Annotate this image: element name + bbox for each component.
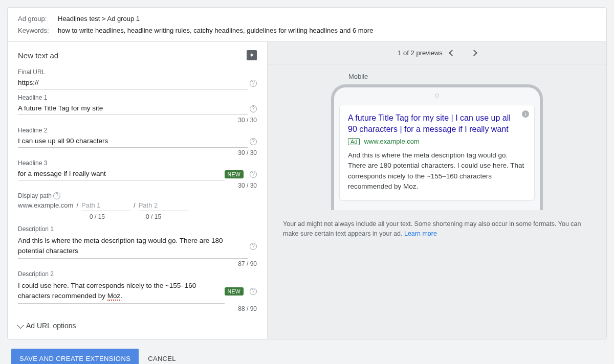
headline2-input[interactable]: I can use up all 90 characters — [18, 135, 248, 148]
display-path-label: Display path — [18, 192, 52, 199]
keywords-value: how to write headlines, headline writing… — [58, 27, 373, 34]
headline3-counter: 30 / 30 — [18, 180, 257, 191]
context-header: Ad group: Headlines test > Ad group 1 Ke… — [8, 8, 606, 42]
help-icon[interactable]: ? — [250, 80, 257, 87]
help-icon[interactable]: ? — [53, 192, 60, 199]
cancel-button[interactable]: CANCEL — [148, 355, 176, 362]
headline3-input[interactable]: for a message if I really want — [18, 168, 225, 180]
headline3-label: Headline 3 — [18, 160, 257, 167]
phone-frame: i A future Title Tag for my site | I can… — [331, 84, 543, 210]
final-url-input[interactable]: https:// — [18, 77, 248, 89]
headline1-input[interactable]: A future Title Tag for my site — [18, 102, 248, 115]
ad-group-value: Headlines test > Ad group 1 — [58, 15, 140, 22]
chevron-left-icon[interactable] — [449, 50, 455, 56]
new-badge: NEW — [225, 287, 244, 295]
display-path1-input[interactable]: Path 1 — [81, 200, 130, 211]
chevron-down-icon — [17, 322, 24, 329]
help-icon[interactable]: ? — [250, 288, 257, 295]
ad-url-options-expander[interactable]: Ad URL options — [18, 322, 257, 330]
chevron-right-icon[interactable] — [471, 50, 477, 56]
preview-panel: 1 of 2 previews Mobile i A future Title … — [268, 42, 606, 339]
description2-label: Description 2 — [18, 270, 257, 278]
ad-preview-card: i A future Title Tag for my site | I can… — [339, 105, 535, 200]
final-url-label: Final URL — [18, 69, 257, 76]
ad-badge: Ad — [348, 138, 360, 145]
display-path2-input[interactable]: Path 2 — [139, 200, 188, 211]
keywords-label: Keywords: — [18, 27, 58, 34]
display-path2-counter: 0 / 15 — [146, 213, 161, 220]
display-path1-counter: 0 / 15 — [90, 213, 105, 220]
sparkle-icon[interactable] — [247, 50, 257, 60]
save-button[interactable]: SAVE AND CREATE EXTENSIONS — [11, 349, 139, 364]
ad-description: And this is where the meta description t… — [348, 150, 526, 192]
ad-group-label: Ad group: — [18, 15, 58, 22]
device-label: Mobile — [348, 73, 591, 80]
description1-label: Description 1 — [18, 225, 257, 233]
expander-label: Ad URL options — [26, 322, 76, 330]
section-title: New text ad — [18, 51, 58, 60]
help-icon[interactable]: ? — [250, 105, 257, 112]
phone-speaker-icon — [435, 94, 439, 98]
ad-url: www.example.com — [364, 138, 419, 145]
ad-form-panel: New text ad Final URL https:// ? Headlin… — [8, 42, 268, 339]
preview-counter: 1 of 2 previews — [398, 49, 442, 57]
headline1-counter: 30 / 30 — [18, 115, 257, 126]
help-icon[interactable]: ? — [250, 243, 257, 250]
new-badge: NEW — [225, 170, 244, 178]
description2-counter: 88 / 90 — [18, 304, 257, 314]
help-icon[interactable]: ? — [250, 138, 257, 145]
headline2-label: Headline 2 — [18, 127, 257, 134]
help-icon[interactable]: ? — [250, 171, 257, 178]
description2-input[interactable]: I could use here. That corresponds nicel… — [18, 279, 225, 304]
learn-more-link[interactable]: Learn more — [404, 230, 437, 237]
info-icon[interactable]: i — [522, 110, 529, 118]
display-path-base: www.example.com — [18, 201, 73, 209]
ad-headline: A future Title Tag for my site | I can u… — [348, 112, 522, 134]
description1-counter: 87 / 90 — [18, 259, 257, 269]
preview-footnote: Your ad might not always include all you… — [283, 219, 591, 239]
headline1-label: Headline 1 — [18, 94, 257, 101]
headline2-counter: 30 / 30 — [18, 148, 257, 158]
description1-input[interactable]: And this is where the meta description t… — [18, 234, 248, 259]
